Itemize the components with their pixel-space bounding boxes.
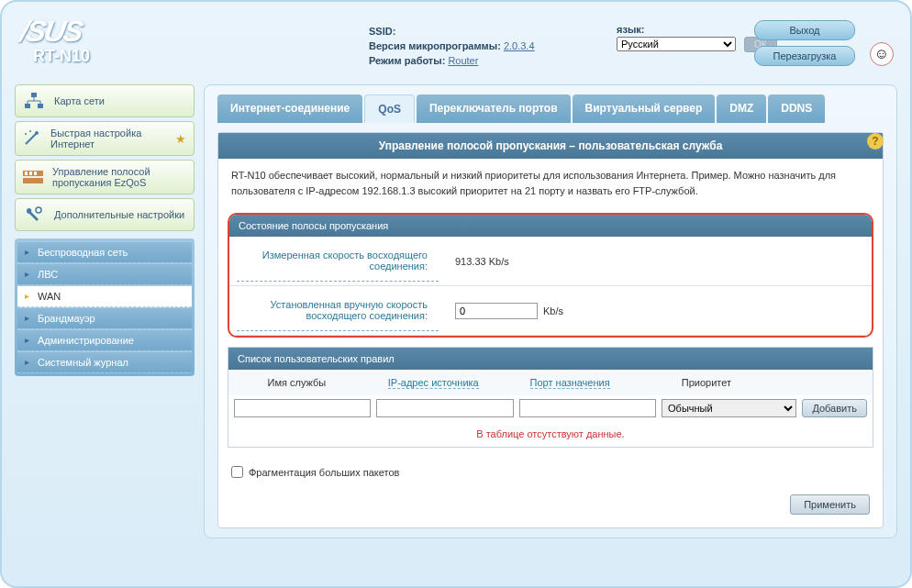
sidebar-advanced[interactable]: Дополнительные настройки	[15, 198, 195, 231]
mode-label: Режим работы:	[369, 55, 445, 66]
sidebar-label: Дополнительные настройки	[54, 209, 184, 220]
svg-rect-8	[34, 172, 37, 175]
sidebar-quick-setup[interactable]: Быстрая настройка Интернет ★	[15, 121, 195, 156]
tab-qos[interactable]: QoS	[364, 94, 415, 123]
sidebar: Карта сети Быстрая настройка Интернет ★ …	[15, 84, 195, 538]
wand-icon	[23, 129, 41, 148]
col-priority: Приоритет	[639, 370, 775, 395]
brand-logo: /SUS	[17, 15, 207, 49]
submenu-firewall[interactable]: Брандмауэр	[17, 307, 192, 329]
col-port[interactable]: Порт назначения	[530, 377, 610, 389]
submenu: Беспроводная сеть ЛВС WAN Брандмауэр Адм…	[15, 239, 195, 376]
svg-rect-5	[23, 178, 43, 183]
apply-button[interactable]: Применить	[790, 494, 870, 515]
svg-rect-1	[25, 104, 30, 108]
user-face-icon[interactable]: ☺	[870, 42, 894, 66]
sidebar-label: Карта сети	[54, 95, 105, 106]
service-name-input[interactable]	[234, 399, 371, 417]
bandwidth-icon	[23, 168, 43, 186]
tab-ddns[interactable]: DDNS	[768, 94, 825, 123]
priority-select[interactable]: Обычный	[662, 399, 796, 417]
sidebar-ezqos[interactable]: Управление полосой пропускания EzQoS	[15, 160, 195, 194]
rules-section-header: Список пользовательских правил	[228, 348, 873, 370]
no-data-message: В таблице отсутствуют данные.	[228, 421, 873, 447]
logout-button[interactable]: Выход	[754, 20, 855, 40]
submenu-admin[interactable]: Администрирование	[17, 329, 192, 351]
measured-speed-label: Измеренная скорость восходящего соединен…	[237, 240, 439, 282]
tab-port-switch[interactable]: Переключатель портов	[417, 94, 571, 123]
mode-link[interactable]: Router	[448, 55, 478, 66]
tab-virtual-server[interactable]: Виртуальный сервер	[573, 94, 716, 123]
speed-unit: Kb/s	[543, 305, 563, 316]
col-ip[interactable]: IP-адрес источника	[388, 377, 479, 389]
router-info: SSID: Версия микропрограммы: 2.0.3.4 Реж…	[369, 9, 535, 70]
model-name: RT-N10	[33, 47, 204, 66]
firmware-link[interactable]: 2.0.3.4	[504, 40, 535, 51]
fragmentation-checkbox[interactable]	[231, 466, 243, 478]
sidebar-label: Быстрая настройка Интернет	[50, 128, 166, 150]
submenu-wan[interactable]: WAN	[17, 285, 192, 307]
reboot-button[interactable]: Перезагрузка	[754, 46, 855, 66]
source-ip-input[interactable]	[376, 399, 513, 417]
submenu-wireless[interactable]: Беспроводная сеть	[17, 241, 192, 263]
sidebar-label: Управление полосой пропускания EzQoS	[52, 166, 186, 188]
ssid-label: SSID:	[369, 26, 395, 37]
rules-section: Список пользовательских правил Имя служб…	[228, 347, 873, 448]
submenu-syslog[interactable]: Системный журнал	[17, 351, 192, 373]
bandwidth-status-box: Состояние полосы пропускания Измеренная …	[228, 213, 873, 338]
language-label: язык:	[617, 24, 777, 35]
star-icon: ★	[175, 132, 186, 146]
svg-rect-6	[25, 172, 28, 175]
tab-internet[interactable]: Интернет-соединение	[217, 94, 362, 123]
sidebar-network-map[interactable]: Карта сети	[15, 84, 195, 117]
manual-speed-input[interactable]	[455, 303, 538, 319]
measured-speed-value: 913.33 Kb/s	[446, 237, 872, 285]
col-service: Имя службы	[228, 370, 365, 395]
firmware-label: Версия микропрограммы:	[369, 40, 501, 51]
svg-rect-0	[31, 93, 37, 97]
svg-point-3	[35, 131, 39, 135]
tools-icon	[23, 205, 45, 224]
panel-title: Управление полосой пропускания – пользов…	[218, 133, 883, 159]
submenu-lan[interactable]: ЛВС	[17, 263, 192, 285]
dest-port-input[interactable]	[519, 399, 656, 417]
fragmentation-label: Фрагментация больших пакетов	[249, 467, 399, 478]
help-icon[interactable]: ?	[867, 133, 884, 150]
main-panel: Интернет-соединение QoS Переключатель по…	[204, 84, 897, 538]
tabs: Интернет-соединение QoS Переключатель по…	[217, 94, 884, 123]
svg-rect-7	[29, 172, 32, 175]
bandwidth-section-header: Состояние полосы пропускания	[229, 215, 872, 237]
add-rule-button[interactable]: Добавить	[802, 399, 867, 417]
svg-rect-2	[38, 104, 43, 108]
manual-speed-label: Установленная вручную скорость восходяще…	[237, 290, 439, 331]
svg-point-9	[36, 207, 41, 213]
network-icon	[23, 92, 45, 110]
logo-block: /SUS RT-N10	[20, 9, 204, 66]
tab-dmz[interactable]: DMZ	[717, 94, 766, 123]
language-select[interactable]: Русский	[617, 37, 736, 51]
panel-description: RT-N10 обеспечивает высокий, нормальный …	[218, 159, 883, 207]
